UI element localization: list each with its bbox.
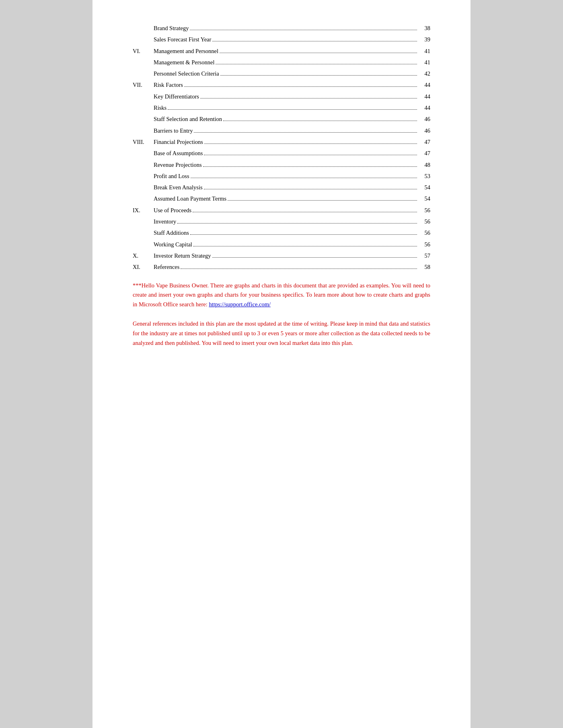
toc-title-sales-forecast: Sales Forecast First Year — [154, 35, 211, 43]
toc-title-management-personnel: Management & Personnel — [154, 58, 214, 66]
toc-page-base-assumptions: 47 — [418, 149, 430, 157]
toc-page-sales-forecast: 39 — [418, 35, 430, 43]
toc-page-risks: 44 — [418, 104, 430, 112]
toc-entry-profit-loss: Profit and Loss53 — [133, 172, 430, 180]
toc-dots-break-even — [204, 189, 417, 189]
toc-dots-vi — [220, 53, 417, 53]
toc-title-personnel-selection: Personnel Selection Criteria — [154, 70, 219, 78]
toc-title-barriers: Barriers to Entry — [154, 127, 193, 135]
toc-title-viii: Financial Projections — [154, 138, 203, 146]
toc-dots-risks — [168, 109, 417, 110]
toc-page-x: 57 — [418, 252, 430, 260]
toc-title-revenue-projections: Revenue Projections — [154, 161, 202, 169]
toc-title-risks: Risks — [154, 104, 166, 112]
toc-page-staff-additions: 56 — [418, 229, 430, 237]
toc-title-inventory: Inventory — [154, 217, 176, 226]
toc-entry-ix: IX.Use of Proceeds56 — [133, 206, 430, 214]
toc-dots-sales-forecast — [212, 41, 417, 41]
toc-page-brand-strategy: 38 — [418, 24, 430, 32]
toc-title-base-assumptions: Base of Assumptions — [154, 149, 203, 157]
toc-page-assumed-loan: 54 — [418, 195, 430, 203]
toc-entry-key-differentiators: Key Differentiators44 — [133, 92, 430, 100]
toc-entry-sales-forecast: Sales Forecast First Year39 — [133, 35, 430, 43]
toc-page-key-differentiators: 44 — [418, 92, 430, 100]
toc-entry-base-assumptions: Base of Assumptions47 — [133, 149, 430, 157]
toc-title-assumed-loan: Assumed Loan Payment Terms — [154, 195, 226, 203]
toc-entry-assumed-loan: Assumed Loan Payment Terms54 — [133, 195, 430, 203]
toc-title-xi: References — [154, 263, 179, 271]
red-notice-text: ***Hello Vape Business Owner. There are … — [133, 282, 430, 308]
toc-page-working-capital: 56 — [418, 240, 430, 248]
toc-entry-viii: VIII.Financial Projections47 — [133, 138, 430, 146]
toc-entry-break-even: Break Even Analysis54 — [133, 183, 430, 191]
toc-dots-assumed-loan — [228, 200, 417, 201]
toc-title-staff-additions: Staff Additions — [154, 229, 189, 237]
toc-page-inventory: 56 — [418, 217, 430, 226]
toc-title-profit-loss: Profit and Loss — [154, 172, 189, 180]
toc-entry-vii: VII.Risk Factors44 — [133, 81, 430, 89]
red-notice-graphs: ***Hello Vape Business Owner. There are … — [133, 281, 430, 310]
toc-page-staff-selection: 46 — [418, 115, 430, 123]
toc-dots-barriers — [194, 132, 417, 133]
toc-title-working-capital: Working Capital — [154, 240, 192, 248]
toc-section-num-viii: VIII. — [133, 138, 154, 146]
toc-section-num-x: X. — [133, 252, 154, 260]
toc-dots-ix — [193, 212, 417, 212]
toc-entry-barriers: Barriers to Entry46 — [133, 127, 430, 135]
toc-page-profit-loss: 53 — [418, 172, 430, 180]
toc-title-break-even: Break Even Analysis — [154, 183, 203, 191]
toc-dots-brand-strategy — [190, 30, 417, 30]
toc-entry-risks: Risks44 — [133, 104, 430, 112]
toc-entry-working-capital: Working Capital56 — [133, 240, 430, 248]
toc-page-viii: 47 — [418, 138, 430, 146]
toc-dots-inventory — [177, 223, 417, 224]
toc-entry-staff-selection: Staff Selection and Retention46 — [133, 115, 430, 123]
toc-title-ix: Use of Proceeds — [154, 206, 191, 214]
toc-title-brand-strategy: Brand Strategy — [154, 24, 189, 32]
toc-page-break-even: 54 — [418, 183, 430, 191]
toc-entry-inventory: Inventory56 — [133, 217, 430, 226]
toc-entry-revenue-projections: Revenue Projections48 — [133, 161, 430, 169]
toc-dots-base-assumptions — [204, 155, 417, 155]
toc-page-barriers: 46 — [418, 127, 430, 135]
toc-entry-vi: VI.Management and Personnel41 — [133, 47, 430, 55]
toc-dots-working-capital — [193, 246, 417, 246]
toc-title-vii: Risk Factors — [154, 81, 183, 89]
toc-title-key-differentiators: Key Differentiators — [154, 92, 199, 100]
toc-entry-management-personnel: Management & Personnel41 — [133, 58, 430, 66]
toc-entry-xi: XI.References58 — [133, 263, 430, 271]
general-notice-text: General references included in this plan… — [133, 320, 430, 346]
toc-section-num-ix: IX. — [133, 206, 154, 214]
toc-dots-revenue-projections — [203, 166, 417, 167]
toc-page-vii: 44 — [418, 81, 430, 89]
toc-dots-personnel-selection — [220, 75, 417, 76]
toc-dots-profit-loss — [191, 178, 417, 178]
toc-page-revenue-projections: 48 — [418, 161, 430, 169]
toc-title-vi: Management and Personnel — [154, 47, 218, 55]
toc-dots-staff-additions — [190, 234, 417, 235]
toc-section-num-vii: VII. — [133, 81, 154, 89]
toc-title-x: Investor Return Strategy — [154, 252, 211, 260]
toc-entry-staff-additions: Staff Additions56 — [133, 229, 430, 237]
toc-page-xi: 58 — [418, 263, 430, 271]
general-notice: General references included in this plan… — [133, 319, 430, 348]
toc-dots-xi — [181, 269, 417, 269]
toc-entry-x: X.Investor Return Strategy57 — [133, 252, 430, 260]
toc-entry-brand-strategy: Brand Strategy38 — [133, 24, 430, 32]
toc-entry-personnel-selection: Personnel Selection Criteria42 — [133, 70, 430, 78]
toc-dots-viii — [204, 144, 417, 144]
toc-page-management-personnel: 41 — [418, 58, 430, 66]
toc-page-ix: 56 — [418, 206, 430, 214]
toc-page-vi: 41 — [418, 47, 430, 55]
table-of-contents: Brand Strategy38Sales Forecast First Yea… — [133, 24, 430, 271]
toc-dots-vii — [184, 86, 417, 87]
toc-section-num-vi: VI. — [133, 47, 154, 55]
office-support-link[interactable]: https://support.office.com/ — [209, 301, 271, 308]
document-page: Brand Strategy38Sales Forecast First Yea… — [92, 0, 471, 728]
toc-dots-key-differentiators — [200, 98, 417, 98]
toc-dots-x — [212, 257, 417, 258]
toc-section-num-xi: XI. — [133, 263, 154, 271]
toc-dots-management-personnel — [216, 64, 417, 64]
toc-dots-staff-selection — [223, 121, 417, 121]
toc-page-personnel-selection: 42 — [418, 70, 430, 78]
